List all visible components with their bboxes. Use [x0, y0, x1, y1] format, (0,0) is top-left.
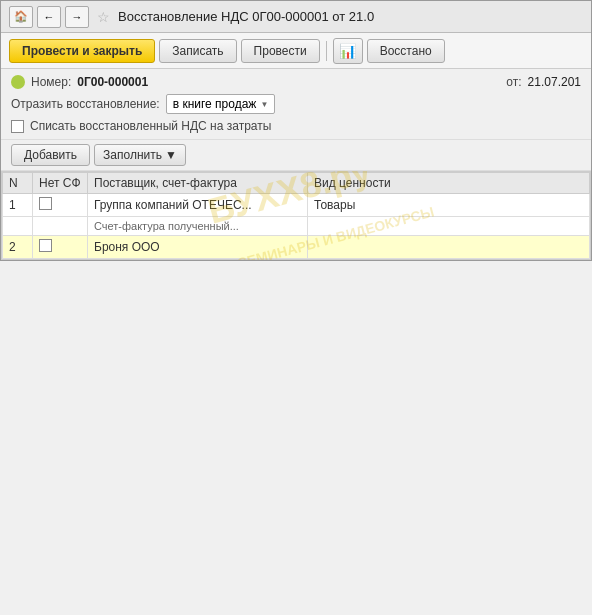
cell-n: 1 [3, 194, 33, 217]
home-icon: 🏠 [14, 10, 28, 23]
number-row: Номер: 0Г00-000001 от: 21.07.201 [11, 75, 581, 89]
number-label: Номер: [31, 75, 71, 89]
no-sf-checkbox-2[interactable] [39, 239, 52, 252]
cell-type-sub [308, 217, 590, 236]
fill-button-label: Заполнить [103, 148, 162, 162]
post-button[interactable]: Провести [241, 39, 320, 63]
table-header: N Нет СФ Поставщик, счет-фактура Вид цен… [3, 173, 590, 194]
toolbar: Провести и закрыть Записать Провести 📊 В… [1, 33, 591, 69]
favorite-icon[interactable]: ☆ [97, 9, 110, 25]
cell-type: Товары [308, 194, 590, 217]
data-table-container: N Нет СФ Поставщик, счет-фактура Вид цен… [1, 171, 591, 260]
reflect-row: Отразить восстановление: в книге продаж … [11, 94, 581, 114]
back-icon: ← [44, 11, 55, 23]
data-table: N Нет СФ Поставщик, счет-фактура Вид цен… [2, 172, 590, 259]
table-row-2[interactable]: 2 Броня ООО [3, 236, 590, 259]
col-no-sf: Нет СФ [33, 173, 88, 194]
table-body: 1 Группа компаний ОТЕЧЕС... Товары Счет-… [3, 194, 590, 259]
post-close-button[interactable]: Провести и закрыть [9, 39, 155, 63]
cell-no-sf-2 [33, 236, 88, 259]
restore-button[interactable]: Восстано [367, 39, 445, 63]
back-button[interactable]: ← [37, 6, 61, 28]
table-subrow: Счет-фактура полученный... [3, 217, 590, 236]
fill-button[interactable]: Заполнить ▼ [94, 144, 186, 166]
title-bar: 🏠 ← → ☆ Восстановление НДС 0Г00-000001 о… [1, 1, 591, 33]
forward-icon: → [72, 11, 83, 23]
reflect-label: Отразить восстановление: [11, 97, 160, 111]
cell-type-2 [308, 236, 590, 259]
cell-n-sub [3, 217, 33, 236]
reflect-select[interactable]: в книге продаж ▼ [166, 94, 276, 114]
cell-supplier: Группа компаний ОТЕЧЕС... [88, 194, 308, 217]
cell-no-sf-sub [33, 217, 88, 236]
date-value[interactable]: 21.07.201 [528, 75, 581, 89]
action-buttons-row: Добавить Заполнить ▼ [1, 140, 591, 171]
main-window: 🏠 ← → ☆ Восстановление НДС 0Г00-000001 о… [0, 0, 592, 261]
no-sf-checkbox[interactable] [39, 197, 52, 210]
form-area: Номер: 0Г00-000001 от: 21.07.201 Отразит… [1, 69, 591, 140]
col-supplier: Поставщик, счет-фактура [88, 173, 308, 194]
status-indicator [11, 75, 25, 89]
fill-arrow-icon: ▼ [165, 148, 177, 162]
chevron-down-icon: ▼ [260, 100, 268, 109]
cell-no-sf [33, 194, 88, 217]
cell-n-2: 2 [3, 236, 33, 259]
window-title: Восстановление НДС 0Г00-000001 от 21.0 [118, 9, 583, 24]
number-value[interactable]: 0Г00-000001 [77, 75, 148, 89]
cell-supplier-2: Броня ООО [88, 236, 308, 259]
col-type: Вид ценности [308, 173, 590, 194]
home-button[interactable]: 🏠 [9, 6, 33, 28]
write-off-row: Списать восстановленный НДС на затраты [11, 119, 581, 133]
col-n: N [3, 173, 33, 194]
excel-icon: 📊 [339, 43, 356, 59]
write-off-label: Списать восстановленный НДС на затраты [30, 119, 271, 133]
cell-supplier-sub: Счет-фактура полученный... [88, 217, 308, 236]
table-wrapper: БУХХ8.ру ОНЛАЙН СЕМИНАРЫ И ВИДЕОКУРСЫ N … [1, 171, 591, 260]
table-row[interactable]: 1 Группа компаний ОТЕЧЕС... Товары [3, 194, 590, 217]
toolbar-separator [326, 41, 327, 61]
add-button[interactable]: Добавить [11, 144, 90, 166]
forward-button[interactable]: → [65, 6, 89, 28]
reflect-select-value: в книге продаж [173, 97, 257, 111]
write-off-checkbox[interactable] [11, 120, 24, 133]
excel-button[interactable]: 📊 [333, 38, 363, 64]
date-label: от: [506, 75, 521, 89]
save-button[interactable]: Записать [159, 39, 236, 63]
